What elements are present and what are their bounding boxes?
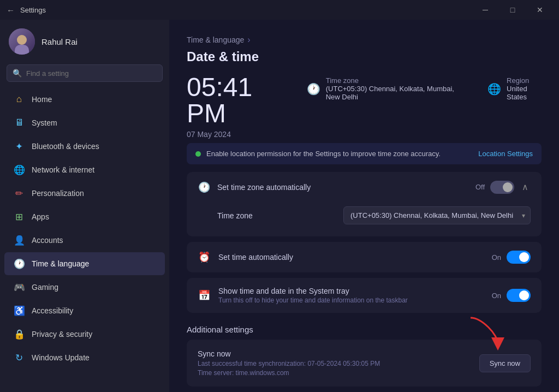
apps-icon: ⊞ (13, 211, 25, 223)
sidebar-item-bluetooth[interactable]: ✦ Bluetooth & devices (4, 135, 165, 158)
system-tray-toggle[interactable] (507, 289, 531, 302)
location-banner: Enable location permission for the Setti… (187, 143, 542, 164)
set-time-auto-label: Set time automatically (218, 253, 293, 262)
system-tray-state: On (492, 292, 501, 300)
timezone-value: (UTC+05:30) Chennai, Kolkata, Mumbai, Ne… (326, 85, 466, 101)
timezone-block: 🕐 Time zone (UTC+05:30) Chennai, Kolkata… (307, 76, 466, 101)
system-icon: 🖥 (13, 117, 25, 129)
close-button[interactable]: ✕ (527, 0, 552, 20)
user-profile[interactable]: Rahul Rai (0, 20, 169, 61)
additional-settings-title: Additional settings (187, 325, 542, 334)
sync-now-sub1: Last successful time synchronization: 07… (198, 360, 468, 367)
sidebar-item-accounts[interactable]: 👤 Accounts (4, 229, 165, 252)
time-icon: 🕐 (13, 258, 25, 270)
time-overview-row: 05:41 PM 07 May 2024 🕐 Time zone (UTC+05… (187, 74, 542, 139)
accessibility-icon: ♿ (13, 305, 25, 317)
sidebar-item-personalization[interactable]: ✏ Personalization (4, 182, 165, 205)
personalization-icon: ✏ (13, 187, 25, 199)
system-tray-icon: 📅 (198, 289, 211, 301)
sidebar-item-time[interactable]: 🕐 Time & language (4, 252, 165, 275)
sidebar-item-label: Gaming (32, 283, 58, 292)
privacy-icon: 🔒 (13, 328, 25, 340)
breadcrumb-separator: › (247, 35, 250, 45)
page-title: Date & time (187, 49, 542, 64)
sidebar-item-home[interactable]: ⌂ Home (4, 88, 165, 111)
network-icon: 🌐 (13, 164, 25, 176)
sidebar-item-accessibility[interactable]: ♿ Accessibility (4, 299, 165, 322)
timezone-dropdown-row: Time zone (UTC+05:30) Chennai, Kolkata, … (187, 202, 542, 236)
maximize-button[interactable]: □ (500, 0, 525, 20)
minimize-button[interactable]: ─ (473, 0, 498, 20)
timezone-icon: 🕐 (307, 82, 320, 96)
sync-now-title: Sync now (198, 349, 468, 358)
search-container: 🔍 (0, 61, 169, 87)
location-settings-link[interactable]: Location Settings (478, 150, 533, 158)
timezone-label: Time zone (326, 76, 466, 85)
auto-timezone-state: Off (475, 183, 485, 191)
auto-timezone-card: 🕐 Set time zone automatically Off ∧ Time… (187, 172, 542, 236)
current-time-display: 05:41 PM (187, 74, 285, 127)
sidebar-item-apps[interactable]: ⊞ Apps (4, 205, 165, 228)
region-icon: 🌐 (487, 82, 501, 96)
timezone-dropdown-wrapper: (UTC+05:30) Chennai, Kolkata, Mumbai, Ne… (343, 206, 531, 224)
sidebar-item-label: Privacy & security (32, 330, 92, 338)
current-date-display: 07 May 2024 (187, 130, 285, 139)
region-label: Region (507, 76, 542, 85)
sidebar-item-privacy[interactable]: 🔒 Privacy & security (4, 323, 165, 346)
sidebar-item-label: Accounts (32, 236, 63, 245)
auto-timezone-icon: 🕐 (198, 181, 211, 193)
sidebar-item-label: Network & internet (32, 165, 94, 174)
sync-now-sub2: Time server: time.windows.com (198, 369, 468, 377)
sidebar-item-network[interactable]: 🌐 Network & internet (4, 158, 165, 181)
sidebar-item-label: Accessibility (32, 306, 73, 315)
timezone-dropdown[interactable]: (UTC+05:30) Chennai, Kolkata, Mumbai, Ne… (343, 206, 531, 224)
system-tray-label: Show time and date in the System tray (218, 287, 484, 295)
auto-timezone-expand-button[interactable]: ∧ (520, 180, 531, 194)
sidebar-item-label: Bluetooth & devices (32, 142, 99, 151)
sidebar-item-label: Home (32, 95, 52, 104)
sidebar-item-update[interactable]: ↻ Windows Update (4, 346, 165, 369)
set-time-auto-state: On (492, 253, 501, 262)
home-icon: ⌂ (13, 93, 25, 105)
timezone-dropdown-label: Time zone (217, 211, 253, 220)
gaming-icon: 🎮 (13, 281, 25, 293)
location-banner-text: Enable location permission for the Setti… (206, 150, 441, 158)
sync-now-card: Sync now Last successful time synchroniz… (187, 340, 542, 387)
window-controls: ─ □ ✕ (473, 0, 552, 20)
system-tray-sublabel: Turn this off to hide your time and date… (218, 296, 484, 304)
additional-settings-section: Additional settings Sync now (187, 325, 542, 392)
sync-now-button[interactable]: Sync now (479, 354, 531, 372)
back-icon[interactable]: ← (7, 5, 15, 15)
sidebar-item-system[interactable]: 🖥 System (4, 111, 165, 134)
sidebar-item-label: Time & language (32, 259, 89, 268)
auto-timezone-toggle[interactable] (490, 181, 514, 194)
bluetooth-icon: ✦ (13, 140, 25, 152)
sidebar-item-label: Personalization (32, 189, 84, 198)
sidebar-item-label: System (32, 118, 57, 127)
green-dot-icon (195, 151, 201, 157)
title-bar: ← Settings ─ □ ✕ (0, 0, 559, 20)
auto-timezone-label: Set time zone automatically (217, 183, 311, 192)
breadcrumb: Time & language › (187, 35, 542, 45)
sidebar-item-label: Windows Update (32, 353, 90, 362)
app-title: Settings (20, 6, 46, 14)
search-input[interactable] (26, 69, 157, 78)
nav-list: ⌂ Home 🖥 System ✦ Bluetooth & devices 🌐 … (0, 87, 169, 370)
set-time-icon: ⏰ (198, 251, 211, 263)
set-time-auto-toggle[interactable] (507, 251, 531, 264)
system-tray-card: 📅 Show time and date in the System tray … (187, 278, 542, 313)
sidebar-item-gaming[interactable]: 🎮 Gaming (4, 276, 165, 299)
region-block: 🌐 Region United States (487, 76, 542, 101)
user-name: Rahul Rai (41, 37, 78, 46)
region-value: United States (507, 85, 542, 101)
sidebar: Rahul Rai 🔍 ⌂ Home 🖥 System ✦ Bluetooth … (0, 20, 169, 392)
breadcrumb-parent[interactable]: Time & language (187, 35, 244, 44)
sidebar-item-label: Apps (32, 212, 49, 221)
accounts-icon: 👤 (13, 234, 25, 246)
search-icon: 🔍 (13, 69, 22, 78)
avatar (9, 28, 35, 55)
sync-section-wrapper: Sync now Last successful time synchroniz… (187, 340, 542, 387)
update-icon: ↻ (13, 352, 25, 364)
set-time-auto-card: ⏰ Set time automatically On (187, 242, 542, 272)
main-content: Time & language › Date & time 05:41 PM 0… (169, 20, 559, 392)
